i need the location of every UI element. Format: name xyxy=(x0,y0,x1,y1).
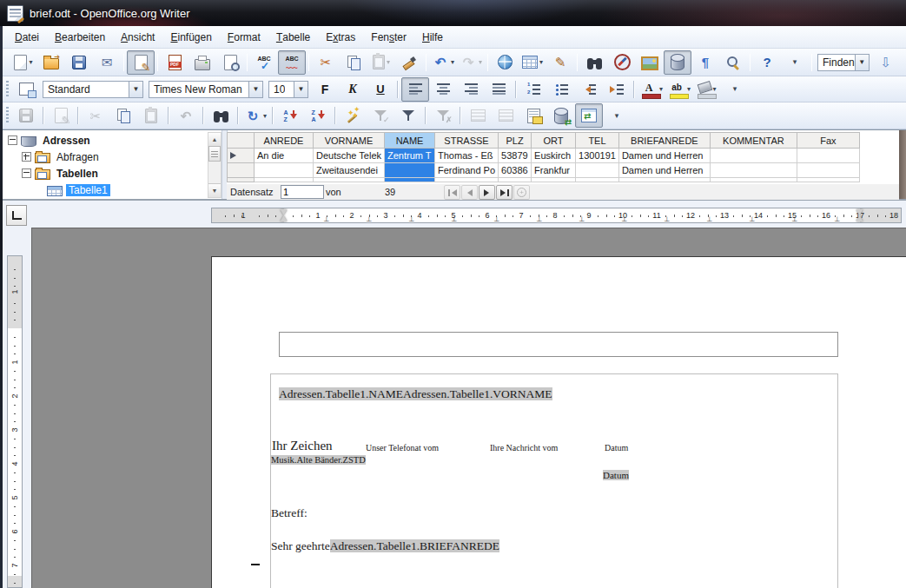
copy-button[interactable] xyxy=(340,50,367,75)
zoom-button[interactable] xyxy=(719,50,747,75)
grid-cell[interactable] xyxy=(576,163,619,178)
spelling-button[interactable]: ABC xyxy=(250,50,278,75)
find-next-button[interactable]: ⇩ xyxy=(872,50,900,75)
column-header-vorname[interactable]: VORNAME xyxy=(314,133,385,149)
cut-button[interactable]: ✂ xyxy=(312,50,340,75)
grid-cell[interactable] xyxy=(576,178,619,182)
increase-indent-button[interactable] xyxy=(603,77,631,102)
find-previous-button[interactable]: ⇧ xyxy=(900,50,906,75)
highlighting-dropdown-icon[interactable]: ▾ xyxy=(687,85,691,93)
grid-cell[interactable]: Deutsche Telek xyxy=(314,149,385,163)
edit-file-button[interactable] xyxy=(127,50,155,75)
sort-ascending-button[interactable]: AZ xyxy=(276,103,304,128)
grid-cell[interactable]: Euskirch xyxy=(532,149,576,163)
underline-button[interactable]: U xyxy=(367,77,394,102)
grid-cell[interactable] xyxy=(255,178,314,182)
grid-cell[interactable]: Zentrum T xyxy=(385,149,435,163)
table-dropdown-icon[interactable]: ▾ xyxy=(539,58,543,66)
sort-descending-button[interactable]: ZA xyxy=(304,103,332,128)
column-header-anrede[interactable]: ANREDE xyxy=(255,133,314,149)
toolbar-grip[interactable] xyxy=(6,107,9,124)
font-color-button[interactable]: A▾ xyxy=(638,77,665,102)
toolbar-grip[interactable] xyxy=(6,81,9,98)
paragraph-style-dropdown-icon[interactable]: ▼ xyxy=(129,82,142,97)
new-document-button[interactable]: ▾ xyxy=(10,50,37,75)
menu-item-bearbeiten[interactable]: Bearbeiten xyxy=(47,26,113,48)
row-header[interactable] xyxy=(228,163,255,178)
grid-cell[interactable]: 53879 xyxy=(499,149,532,163)
menu-item-extras[interactable]: Extras xyxy=(318,26,363,48)
open-button[interactable] xyxy=(37,50,65,75)
bullet-list-button[interactable] xyxy=(547,77,575,102)
formatting-overflow-button[interactable]: ▾ xyxy=(721,77,749,102)
vertical-ruler[interactable]: 11234567 xyxy=(7,255,23,588)
document-page[interactable]: Adressen.Tabelle1.NAMEAdressen.Tabelle1.… xyxy=(211,256,906,588)
document-as-email-button[interactable]: ✉ xyxy=(93,50,121,75)
grid-cell[interactable]: 60386 xyxy=(499,163,532,178)
tree-item-tabelle1[interactable]: Tabelle1 xyxy=(3,182,208,198)
horizontal-ruler[interactable]: 1123456789101112131415161718⊥⊥⊥⊥⊥⊥⊥⊥⊥⊥⊥⊥… xyxy=(211,208,902,223)
gallery-button[interactable] xyxy=(636,50,664,75)
grid-cell[interactable] xyxy=(710,163,797,178)
styles-window-button[interactable] xyxy=(12,77,40,102)
grid-cell[interactable]: An die xyxy=(255,149,314,163)
grid-cell[interactable]: Damen und Herren xyxy=(618,163,710,178)
grid-cell[interactable] xyxy=(435,178,499,182)
standard-overflow-button[interactable]: ▾ xyxy=(781,50,809,75)
scrollbar-thumb[interactable] xyxy=(208,146,221,162)
italic-button[interactable]: K xyxy=(339,77,367,102)
navigator-button[interactable] xyxy=(608,50,636,75)
grid-cell[interactable] xyxy=(314,178,385,182)
numbered-list-button[interactable] xyxy=(519,77,547,102)
redo-dropdown-icon[interactable]: ▾ xyxy=(479,58,482,66)
menu-item-einfügen[interactable]: Einfügen xyxy=(162,26,219,48)
menu-item-format[interactable]: Format xyxy=(220,26,268,48)
justified-button[interactable] xyxy=(485,77,513,102)
grid-cell[interactable] xyxy=(797,149,859,163)
column-header-plz[interactable]: PLZ xyxy=(499,133,532,149)
collapse-icon[interactable] xyxy=(22,168,31,178)
find-text-dropdown-icon[interactable]: ▼ xyxy=(855,55,869,70)
undo-button[interactable]: ↶▾ xyxy=(429,50,457,75)
grid-cell[interactable] xyxy=(532,178,576,182)
find-record-button[interactable] xyxy=(207,103,235,128)
mail-merge-button[interactable] xyxy=(519,103,547,128)
column-header-briefanrede[interactable]: BRIEFANREDE xyxy=(618,133,710,149)
standard-filter-button[interactable] xyxy=(394,103,422,128)
font-name-combo[interactable]: Times New Roman▼ xyxy=(149,81,263,98)
refresh-dropdown-icon[interactable]: ▾ xyxy=(263,112,267,120)
grid-cell[interactable]: 1300191 xyxy=(576,149,619,163)
current-document-data-source-button[interactable] xyxy=(547,103,575,128)
decrease-indent-button[interactable] xyxy=(575,77,603,102)
tree-item-tabellen[interactable]: Tabellen xyxy=(3,165,208,182)
menu-item-fenster[interactable]: Fenster xyxy=(363,26,414,48)
column-header-tel[interactable]: TEL xyxy=(576,133,619,149)
column-header-fax[interactable]: Fax xyxy=(797,133,859,149)
refresh-button[interactable]: ↻▾ xyxy=(241,103,269,128)
grid-cell[interactable]: Damen und Herren xyxy=(618,149,710,163)
grid-cell[interactable]: Thomas - Eß xyxy=(435,149,499,163)
find-replace-button[interactable] xyxy=(580,50,608,75)
grid-cell[interactable] xyxy=(385,163,435,178)
font-name-dropdown-icon[interactable]: ▼ xyxy=(248,82,262,97)
autofilter-button[interactable] xyxy=(339,103,367,128)
tree-item-adressen[interactable]: Adressen xyxy=(3,132,208,149)
grid-cell[interactable] xyxy=(255,163,314,178)
data-sources-button[interactable] xyxy=(664,50,691,75)
row-header[interactable] xyxy=(228,178,255,182)
grid-cell[interactable] xyxy=(499,178,532,182)
scroll-down-icon[interactable]: ▼ xyxy=(208,183,221,197)
paragraph-style-combo[interactable]: Standard▼ xyxy=(43,81,143,98)
tree-scrollbar[interactable]: ▲ ▼ xyxy=(208,132,222,198)
font-size-dropdown-icon[interactable]: ▼ xyxy=(294,82,308,97)
menu-item-hilfe[interactable]: Hilfe xyxy=(414,26,451,48)
undo-dropdown-icon[interactable]: ▾ xyxy=(451,58,454,66)
right-margin-icon[interactable] xyxy=(856,209,864,221)
draw-functions-button[interactable]: ✎ xyxy=(546,50,574,75)
last-record-button[interactable] xyxy=(496,185,513,200)
bold-button[interactable]: F xyxy=(311,77,339,102)
align-center-button[interactable] xyxy=(429,77,457,102)
find-text-combo[interactable]: Finden▼ xyxy=(817,54,870,71)
grid-cell[interactable] xyxy=(618,178,710,182)
new-document-dropdown-icon[interactable]: ▾ xyxy=(29,58,32,66)
